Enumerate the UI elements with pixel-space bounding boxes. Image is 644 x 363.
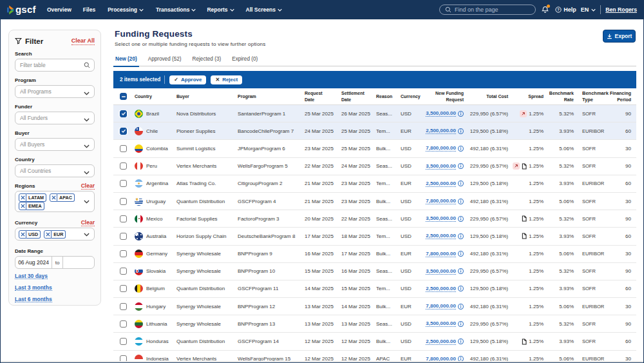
svg-text:?: ? xyxy=(557,8,560,12)
